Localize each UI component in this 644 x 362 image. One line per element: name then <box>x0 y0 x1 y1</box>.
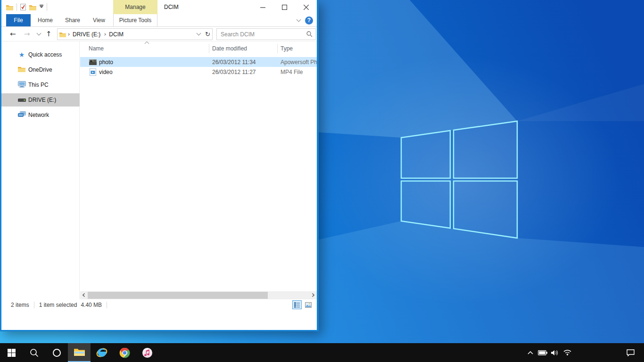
horizontal-scrollbar[interactable] <box>80 291 317 299</box>
navigation-bar: ← → ↑ DRIVE (E:) DCIM ↻ <box>1 27 317 41</box>
title-bar: Manage DCIM <box>1 0 317 14</box>
sidebar-item-label: This PC <box>28 82 49 88</box>
column-header-date-modified[interactable]: Date modified <box>212 42 247 55</box>
qat-separator <box>47 3 47 11</box>
file-date-modified: 26/03/2012 11:27 <box>212 69 256 75</box>
details-view-button[interactable] <box>292 300 302 309</box>
file-name: video <box>99 69 113 75</box>
cortana-circle-icon <box>52 348 61 357</box>
qat-separator <box>17 3 17 11</box>
address-bar[interactable]: DRIVE (E:) DCIM ↻ <box>57 28 213 40</box>
action-center-icon[interactable] <box>622 343 638 362</box>
video-file-icon <box>89 68 97 76</box>
start-button[interactable] <box>0 343 23 362</box>
internet-explorer-icon <box>96 347 107 358</box>
forward-button[interactable]: → <box>24 31 30 38</box>
file-explorer-window: Manage DCIM File Home Share View Picture… <box>0 0 319 331</box>
taskbar-chrome[interactable] <box>113 343 136 362</box>
wifi-icon[interactable] <box>561 343 573 362</box>
window-title: DCIM <box>164 0 179 14</box>
column-header-name[interactable]: Name <box>89 42 104 55</box>
status-divider <box>34 302 34 308</box>
taskbar-search-button[interactable] <box>23 343 45 362</box>
details-view-icon <box>294 302 300 308</box>
itunes-icon <box>142 347 153 358</box>
search-input[interactable] <box>217 29 315 40</box>
this-pc-monitor-icon <box>17 81 26 89</box>
new-folder-icon[interactable] <box>29 4 36 10</box>
properties-check-icon[interactable] <box>20 4 26 10</box>
volume-icon[interactable] <box>549 343 561 362</box>
scroll-right-icon[interactable] <box>311 293 314 297</box>
file-date-modified: 26/03/2012 11:34 <box>212 59 256 66</box>
close-button[interactable] <box>295 0 317 14</box>
drive-icon <box>17 97 26 103</box>
taskbar-itunes[interactable] <box>136 343 158 362</box>
tab-home[interactable]: Home <box>33 14 58 26</box>
file-row-video[interactable]: video 26/03/2012 11:27 MP4 File <box>80 67 317 77</box>
column-divider[interactable] <box>209 44 209 53</box>
scrollbar-thumb[interactable] <box>88 292 268 299</box>
scroll-left-icon[interactable] <box>83 293 86 297</box>
large-icons-view-button[interactable] <box>304 300 313 309</box>
sidebar-item-network[interactable]: Network <box>1 108 80 122</box>
column-divider[interactable] <box>277 44 278 53</box>
hidden-icons-chevron-icon[interactable] <box>524 343 537 362</box>
file-row-photo[interactable]: photo 26/03/2012 11:34 Apowersoft Pho <box>80 57 317 67</box>
folder-icon[interactable] <box>6 4 13 10</box>
expand-ribbon-icon[interactable] <box>297 17 301 22</box>
taskbar-internet-explorer[interactable] <box>91 343 113 362</box>
maximize-button[interactable] <box>273 0 295 14</box>
breadcrumb-drive[interactable]: DRIVE (E:) <box>71 31 102 38</box>
close-icon <box>304 5 309 10</box>
location-folder-icon <box>59 32 66 37</box>
customize-qat-icon[interactable] <box>40 6 43 8</box>
search-icon[interactable] <box>306 31 313 37</box>
tab-manage[interactable]: Manage <box>113 0 157 14</box>
selection-size: 4.40 MB <box>81 302 102 308</box>
address-dropdown-icon[interactable] <box>197 31 201 36</box>
chrome-icon <box>119 347 130 358</box>
sidebar-item-drive-e[interactable]: DRIVE (E:) <box>1 93 80 107</box>
start-windows-icon <box>8 349 16 357</box>
tab-view[interactable]: View <box>87 14 111 26</box>
tab-picture-tools[interactable]: Picture Tools <box>113 14 157 26</box>
taskbar-file-explorer[interactable] <box>68 343 91 362</box>
tab-file[interactable]: File <box>6 14 31 26</box>
battery-icon[interactable] <box>537 343 549 362</box>
minimize-button[interactable] <box>252 0 273 14</box>
quick-access-star-icon: ★ <box>17 51 26 58</box>
help-icon[interactable]: ? <box>305 16 313 25</box>
large-icons-view-icon <box>305 302 312 308</box>
items-count: 2 items <box>11 302 29 308</box>
breadcrumb-dcim[interactable]: DCIM <box>107 31 125 38</box>
sidebar-item-label: OneDrive <box>28 66 52 73</box>
sidebar-item-this-pc[interactable]: This PC <box>1 78 80 91</box>
column-header-type[interactable]: Type <box>281 42 293 55</box>
photo-thumbnail-icon <box>89 58 97 66</box>
sidebar-item-label: Network <box>28 112 49 118</box>
sidebar-item-quick-access[interactable]: ★ Quick access <box>1 48 80 61</box>
refresh-icon[interactable]: ↻ <box>205 31 210 38</box>
status-divider <box>107 302 107 308</box>
file-list-pane: Name Date modified Type photo 26/03/2012… <box>80 41 317 311</box>
navigation-pane: ★ Quick access OneDrive This PC DRIVE (E… <box>1 41 80 311</box>
cortana-button[interactable] <box>45 343 68 362</box>
breadcrumb-chevron-icon <box>104 33 107 36</box>
desktop: Manage DCIM File Home Share View Picture… <box>0 0 644 362</box>
search-box <box>216 28 316 40</box>
minimize-icon <box>260 5 265 10</box>
quick-access-toolbar <box>6 0 47 14</box>
back-button[interactable]: ← <box>10 31 16 38</box>
up-button[interactable]: ↑ <box>46 31 52 38</box>
tab-share[interactable]: Share <box>60 14 85 26</box>
onedrive-folder-icon <box>17 66 26 74</box>
system-tray <box>524 343 573 362</box>
status-bar: 2 items 1 item selected 4.40 MB <box>1 299 317 311</box>
search-icon <box>30 348 39 357</box>
sidebar-item-onedrive[interactable]: OneDrive <box>1 63 80 76</box>
recent-locations-icon[interactable] <box>37 31 41 36</box>
file-explorer-icon <box>74 348 85 356</box>
sidebar-item-label: DRIVE (E:) <box>28 97 56 103</box>
selection-count: 1 item selected <box>39 302 77 308</box>
